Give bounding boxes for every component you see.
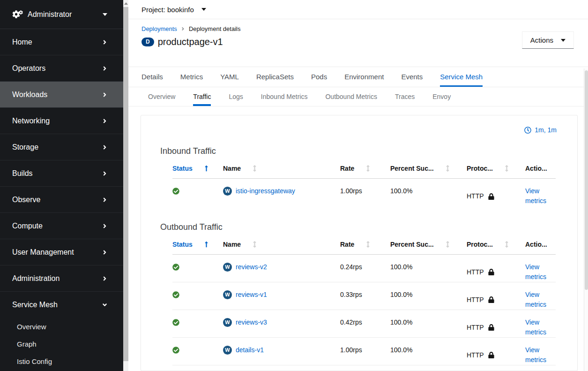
sort-ascending-icon[interactable]: [204, 165, 208, 172]
sidebar-item-service-mesh[interactable]: Service Mesh: [0, 292, 123, 318]
chevron-right-icon: [102, 170, 107, 177]
subtab-traffic[interactable]: Traffic: [193, 87, 211, 106]
inbound-traffic-title: Inbound Traffic: [160, 146, 557, 156]
column-header-name[interactable]: Name: [223, 159, 340, 178]
sidebar-item-builds[interactable]: Builds: [0, 160, 123, 187]
sidebar-item-user-management[interactable]: User Management: [0, 239, 123, 265]
lock-icon: [488, 324, 494, 331]
percent-success-value: 100.0%: [390, 338, 467, 365]
project-selector[interactable]: Project: bookinfo: [141, 6, 194, 14]
page-scrollbar[interactable]: [584, 68, 588, 371]
sidebar-item-service-mesh-graph[interactable]: Graph: [0, 335, 123, 353]
breadcrumb: Deployments Deployment details: [141, 25, 574, 32]
workload-badge: W: [223, 290, 232, 299]
workload-link[interactable]: details-v1: [236, 345, 264, 355]
chevron-down-icon: [102, 302, 107, 308]
lock-icon: [488, 296, 494, 303]
sidebar-item-service-mesh-overview[interactable]: Overview: [0, 318, 123, 335]
tab-details[interactable]: Details: [141, 67, 163, 87]
actions-button[interactable]: Actions: [522, 31, 574, 49]
app-window: Administrator Home Operators Workloads N…: [0, 0, 588, 371]
sidebar-item-storage[interactable]: Storage: [0, 134, 123, 160]
sidebar-item-service-mesh-istio-config[interactable]: Istio Config: [0, 353, 123, 370]
sidebar-item-home[interactable]: Home: [0, 29, 123, 55]
sort-icon[interactable]: [505, 165, 509, 172]
subtab-overview[interactable]: Overview: [148, 87, 175, 106]
workload-link[interactable]: reviews-v3: [236, 318, 267, 327]
column-header-percent-success[interactable]: Percent Suc...: [390, 235, 467, 254]
healthy-status-icon: [172, 282, 223, 310]
sort-icon[interactable]: [366, 165, 370, 172]
column-header-status[interactable]: Status: [172, 235, 223, 254]
column-header-protocol[interactable]: Protoc...: [467, 159, 525, 178]
sidebar-scrollbar-thumb[interactable]: [123, 7, 128, 361]
sidebar-subitem-label: Overview: [17, 323, 46, 331]
sort-icon[interactable]: [253, 241, 257, 248]
workload-link[interactable]: reviews-v1: [236, 290, 267, 300]
view-metrics-link[interactable]: View metrics: [525, 263, 546, 280]
view-metrics-link[interactable]: View metrics: [525, 187, 546, 204]
view-metrics-link[interactable]: View metrics: [525, 346, 546, 363]
workload-badge: W: [223, 187, 232, 196]
time-range-control[interactable]: 1m, 1m: [160, 126, 557, 134]
scrollbar-up-arrow[interactable]: [123, 0, 128, 7]
sidebar-item-administration[interactable]: Administration: [0, 265, 123, 292]
perspective-label: Administrator: [28, 10, 72, 19]
sidebar-item-operators[interactable]: Operators: [0, 55, 123, 82]
subtab-traces[interactable]: Traces: [395, 87, 415, 106]
sort-icon[interactable]: [253, 165, 257, 172]
sidebar-item-compute[interactable]: Compute: [0, 213, 123, 239]
protocol-value: HTTP: [467, 267, 484, 277]
tab-yaml[interactable]: YAML: [220, 67, 239, 87]
sidebar-item-label: User Management: [12, 248, 74, 257]
column-header-percent-success[interactable]: Percent Suc...: [390, 159, 467, 178]
subtab-envoy[interactable]: Envoy: [432, 87, 451, 106]
view-metrics-link[interactable]: View metrics: [525, 318, 546, 336]
chevron-right-icon: [102, 197, 107, 203]
sort-ascending-icon[interactable]: [204, 241, 208, 248]
sort-icon[interactable]: [446, 165, 450, 172]
protocol-value: HTTP: [467, 350, 484, 360]
subtab-inbound-metrics[interactable]: Inbound Metrics: [261, 87, 308, 106]
tab-service-mesh[interactable]: Service Mesh: [440, 67, 483, 87]
tab-bar: Details Metrics YAML ReplicaSets Pods En…: [128, 67, 588, 87]
tab-metrics[interactable]: Metrics: [180, 67, 203, 87]
tab-replicasets[interactable]: ReplicaSets: [256, 67, 294, 87]
sidebar-item-workloads[interactable]: Workloads: [0, 82, 123, 108]
caret-down-icon[interactable]: [201, 8, 206, 11]
sidebar-item-label: Storage: [12, 143, 38, 151]
workload-link[interactable]: istio-ingressgateway: [236, 186, 295, 196]
subtab-logs[interactable]: Logs: [229, 87, 243, 106]
column-header-name[interactable]: Name: [223, 235, 340, 254]
column-header-status[interactable]: Status: [172, 159, 223, 178]
outbound-traffic-title: Outbound Traffic: [160, 222, 557, 232]
healthy-status-icon: [172, 338, 223, 365]
tab-environment[interactable]: Environment: [344, 67, 384, 87]
percent-success-value: 100.0%: [390, 310, 467, 337]
sidebar-item-observe[interactable]: Observe: [0, 187, 123, 213]
deployment-badge: D: [141, 38, 154, 46]
column-header-rate[interactable]: Rate: [340, 159, 390, 178]
sidebar-scrollbar[interactable]: [123, 0, 128, 371]
perspective-switcher[interactable]: Administrator: [0, 0, 123, 29]
sort-icon[interactable]: [446, 241, 450, 248]
caret-down-icon: [103, 13, 107, 16]
workload-link[interactable]: reviews-v2: [236, 262, 267, 272]
sidebar-item-label: Administration: [12, 274, 60, 283]
subtab-outbound-metrics[interactable]: Outbound Metrics: [325, 87, 377, 106]
sidebar-item-networking[interactable]: Networking: [0, 108, 123, 134]
caret-down-icon: [561, 39, 566, 42]
sort-icon[interactable]: [366, 241, 370, 248]
sort-icon[interactable]: [505, 241, 509, 248]
sidebar-subitem-label: Graph: [17, 340, 37, 348]
sidebar-item-label: Networking: [12, 117, 50, 125]
breadcrumb-deployments-link[interactable]: Deployments: [141, 25, 177, 32]
column-header-protocol[interactable]: Protoc...: [467, 235, 525, 254]
column-header-rate[interactable]: Rate: [340, 235, 390, 254]
tab-events[interactable]: Events: [401, 67, 423, 87]
view-metrics-link[interactable]: View metrics: [525, 291, 546, 308]
chevron-right-icon: [102, 144, 107, 151]
tab-pods[interactable]: Pods: [311, 67, 327, 87]
page-scrollbar-thumb[interactable]: [585, 70, 588, 290]
lock-icon: [488, 269, 494, 275]
